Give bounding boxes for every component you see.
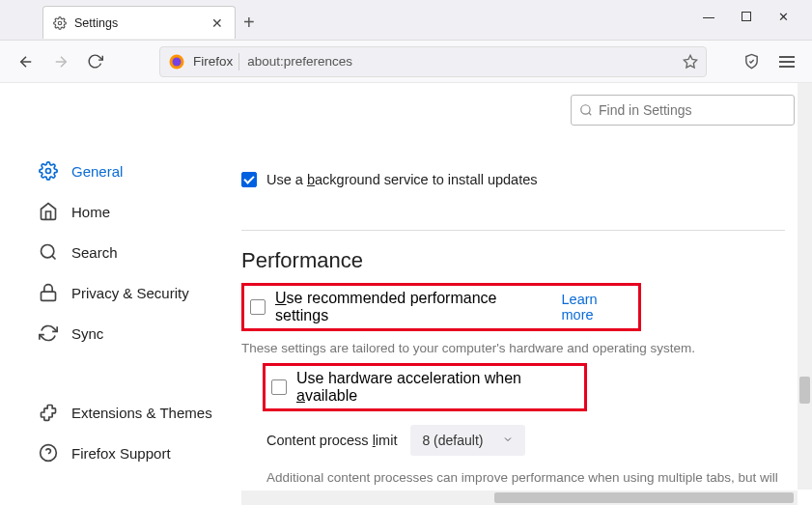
sidebar-item-search[interactable]: Search [39,232,241,272]
performance-heading: Performance [241,248,795,273]
firefox-icon [168,53,185,70]
tab-title: Settings [74,16,210,30]
app-menu-button[interactable] [779,56,795,68]
bg-service-label: Use a background service to install upda… [266,172,538,187]
process-limit-row: Content process limit 8 (default) [266,425,795,456]
url-address: about:preferences [247,54,683,69]
search-icon [579,103,593,117]
forward-button[interactable] [52,53,70,70]
sidebar-item-label: Home [71,204,110,220]
svg-line-11 [589,113,592,116]
svg-marker-3 [684,55,696,68]
svg-point-4 [46,169,51,174]
recommended-checkbox[interactable] [250,299,266,315]
process-limit-value: 8 (default) [422,433,483,448]
toolbar: Firefox about:preferences [0,41,812,83]
recommended-label: Use recommended performance settings [275,290,552,324]
svg-point-0 [58,21,62,25]
minimize-button[interactable] [703,10,714,24]
tab-close-icon[interactable]: ✕ [210,15,225,31]
gear-icon [53,16,67,30]
hw-accel-highlight: Use hardware acceleration when available [263,363,587,411]
section-divider [241,230,785,231]
hamburger-icon [779,56,795,68]
bg-service-row: Use a background service to install upda… [241,172,795,187]
sidebar-item-label: Extensions & Themes [71,405,212,421]
svg-rect-7 [42,292,56,300]
sidebar-item-sync[interactable]: Sync [39,313,241,353]
settings-search-input[interactable] [599,102,786,118]
svg-point-5 [42,245,54,258]
settings-main: Use a background service to install upda… [241,83,812,505]
url-brand: Firefox [193,54,233,69]
vertical-scrollbar[interactable] [798,83,812,490]
sidebar-item-support[interactable]: Firefox Support [39,433,241,473]
new-tab-button[interactable]: + [243,12,255,34]
bookmark-star-icon[interactable] [683,54,698,70]
settings-search[interactable] [571,95,795,126]
horizontal-scrollbar[interactable] [241,491,798,505]
svg-point-2 [173,57,182,66]
window-controls: ✕ [703,0,812,24]
sidebar-item-label: Sync [71,325,103,342]
sidebar-item-extensions[interactable]: Extensions & Themes [39,392,241,433]
sidebar-item-privacy[interactable]: Privacy & Security [39,272,241,313]
process-limit-label: Content process limit [266,433,397,448]
reload-button[interactable] [87,53,103,70]
titlebar: Settings ✕ + ✕ [0,0,812,41]
shield-icon[interactable] [743,53,760,70]
sidebar-item-general[interactable]: General [39,151,241,191]
sidebar-item-label: Privacy & Security [71,285,189,301]
learn-more-link[interactable]: Learn more [562,292,633,323]
svg-line-6 [52,256,56,260]
chevron-down-icon [502,432,514,449]
bg-service-checkbox[interactable] [241,172,257,187]
sidebar-item-label: Firefox Support [71,445,171,462]
hw-accel-label: Use hardware acceleration when available [296,370,578,405]
recommended-desc: These settings are tailored to your comp… [241,341,795,355]
browser-tab[interactable]: Settings ✕ [42,6,236,39]
sidebar-item-label: Search [71,244,118,261]
maximize-button[interactable] [742,10,751,24]
content-area: General Home Search Privacy & Security S… [0,83,812,505]
settings-sidebar: General Home Search Privacy & Security S… [0,83,241,505]
back-button[interactable] [17,53,35,70]
recommended-settings-highlight: Use recommended performance settings Lea… [241,283,641,331]
url-bar[interactable]: Firefox about:preferences [159,46,707,77]
url-separator [238,53,239,70]
vertical-scrollbar-thumb[interactable] [799,377,810,404]
svg-point-10 [581,105,590,114]
sidebar-item-label: General [71,163,123,180]
horizontal-scrollbar-thumb[interactable] [494,492,794,503]
sidebar-item-home[interactable]: Home [39,191,241,232]
process-limit-select[interactable]: 8 (default) [410,425,525,456]
hw-accel-checkbox[interactable] [271,379,287,395]
close-window-button[interactable]: ✕ [778,10,789,24]
